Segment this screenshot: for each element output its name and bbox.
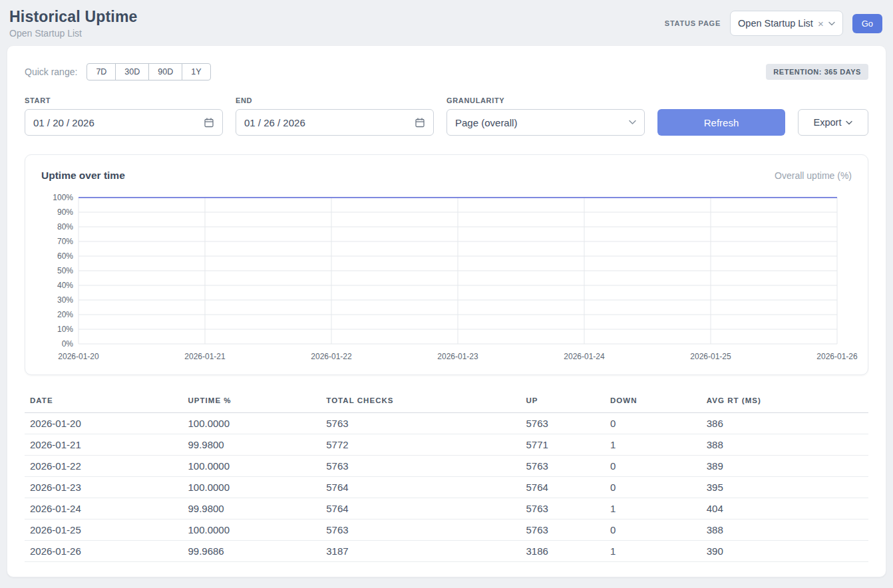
svg-text:30%: 30% [57,295,73,305]
table-cell: 404 [701,498,868,519]
table-cell: 100.0000 [182,456,321,477]
start-date-field: START 01 / 20 / 2026 [25,96,223,136]
svg-text:100%: 100% [53,193,73,202]
chevron-down-icon [828,21,835,26]
table-cell: 1 [605,541,701,562]
start-date-input[interactable]: 01 / 20 / 2026 [25,109,223,136]
end-label: END [236,96,434,104]
table-row: 2026-01-23100.0000576457640395 [25,477,868,498]
table-cell: 5763 [321,519,520,541]
start-label: START [25,96,223,104]
table-cell: 2026-01-26 [25,541,182,562]
table-cell: 5764 [321,498,520,519]
table-cell: 100.0000 [182,413,321,434]
table-header-row: DATEUPTIME %TOTAL CHECKSUPDOWNAVG RT (MS… [25,392,868,413]
table-cell: 5763 [520,413,604,434]
svg-text:2026-01-25: 2026-01-25 [690,352,731,361]
uptime-table: DATEUPTIME %TOTAL CHECKSUPDOWNAVG RT (MS… [25,392,868,562]
table-cell: 395 [701,477,868,498]
table-cell: 99.9800 [182,434,321,456]
table-cell: 2026-01-20 [25,413,182,434]
table-cell: 3186 [520,541,604,562]
column-header: DATE [25,392,182,413]
table-cell: 100.0000 [182,477,321,498]
table-cell: 0 [605,477,701,498]
quick-range-90d-button[interactable]: 90D [148,63,182,80]
table-row: 2026-01-2499.9800576457631404 [25,498,868,519]
retention-badge: RETENTION: 365 DAYS [766,64,868,80]
column-header: AVG RT (MS) [701,392,868,413]
granularity-label: GRANULARITY [446,96,645,104]
end-date-value: 01 / 26 / 2026 [244,117,305,128]
calendar-icon[interactable] [204,117,214,128]
column-header: UP [520,392,604,413]
table-cell: 2026-01-24 [25,498,182,519]
svg-text:2026-01-21: 2026-01-21 [184,352,226,361]
quick-range-7d-button[interactable]: 7D [87,63,116,80]
table-cell: 5763 [321,456,520,477]
quick-range-label: Quick range: [25,67,77,77]
svg-text:90%: 90% [57,208,73,217]
end-date-input[interactable]: 01 / 26 / 2026 [236,109,434,136]
chart-title: Uptime over time [41,170,125,182]
column-header: DOWN [605,392,701,413]
table-cell: 99.9800 [182,498,321,519]
table-cell: 5764 [321,477,520,498]
chevron-down-icon [629,120,636,125]
chart-legend: Overall uptime (%) [775,170,852,181]
table-cell: 5763 [520,456,604,477]
table-cell: 389 [701,456,868,477]
granularity-value: Page (overall) [455,117,517,128]
table-head: DATEUPTIME %TOTAL CHECKSUPDOWNAVG RT (MS… [25,392,868,413]
quick-range-group: 7D 30D 90D 1Y [87,63,210,80]
table-cell: 388 [701,434,868,456]
end-date-field: END 01 / 26 / 2026 [236,96,434,136]
table-cell: 2026-01-21 [25,434,182,456]
export-label: Export [814,117,842,128]
table-cell: 0 [605,519,701,541]
svg-text:2026-01-24: 2026-01-24 [564,352,605,361]
quick-range-1y-button[interactable]: 1Y [182,63,210,80]
status-page-select[interactable]: Open Startup List × [730,11,843,36]
page-header: Historical Uptime Open Startup List STAT… [0,0,893,44]
svg-text:80%: 80% [57,222,73,231]
table-row: 2026-01-2699.9686318731861390 [25,541,868,562]
svg-text:0%: 0% [62,339,74,349]
table-cell: 2026-01-23 [25,477,182,498]
svg-text:2026-01-22: 2026-01-22 [311,352,352,361]
table-cell: 1 [605,498,701,519]
start-date-value: 01 / 20 / 2026 [33,117,94,128]
table-cell: 5763 [520,519,604,541]
calendar-icon[interactable] [415,117,425,128]
uptime-chart: 0%10%20%30%40%50%60%70%80%90%100%2026-01… [41,191,856,365]
granularity-select[interactable]: Page (overall) [446,109,645,136]
table-cell: 5763 [321,413,520,434]
table-row: 2026-01-22100.0000576357630389 [25,456,868,477]
column-header: UPTIME % [182,392,321,413]
table-row: 2026-01-20100.0000576357630386 [25,413,868,434]
refresh-button[interactable]: Refresh [657,109,785,136]
page-subtitle: Open Startup List [9,28,138,39]
table-cell: 5771 [520,434,604,456]
table-cell: 99.9686 [182,541,321,562]
clear-icon[interactable]: × [818,19,824,29]
svg-text:2026-01-23: 2026-01-23 [437,352,478,361]
quick-range-row: Quick range: 7D 30D 90D 1Y RETENTION: 36… [25,63,868,80]
topbar-right: STATUS PAGE Open Startup List × Go [665,11,882,36]
chart-header: Uptime over time Overall uptime (%) [41,170,852,182]
table-cell: 2026-01-22 [25,456,182,477]
table-cell: 5772 [321,434,520,456]
historical-uptime-page: Historical Uptime Open Startup List STAT… [0,0,893,588]
table-cell: 3187 [321,541,520,562]
go-button[interactable]: Go [852,14,882,33]
table-cell: 5764 [520,477,604,498]
export-button[interactable]: Export [798,109,868,136]
table-cell: 390 [701,541,868,562]
column-header: TOTAL CHECKS [321,392,520,413]
chart-card: Uptime over time Overall uptime (%) 0%10… [25,154,868,375]
svg-text:50%: 50% [57,266,73,275]
quick-range-30d-button[interactable]: 30D [115,63,149,80]
table-cell: 0 [605,456,701,477]
table-body: 2026-01-20100.00005763576303862026-01-21… [25,413,868,562]
main-card: Quick range: 7D 30D 90D 1Y RETENTION: 36… [7,45,886,577]
